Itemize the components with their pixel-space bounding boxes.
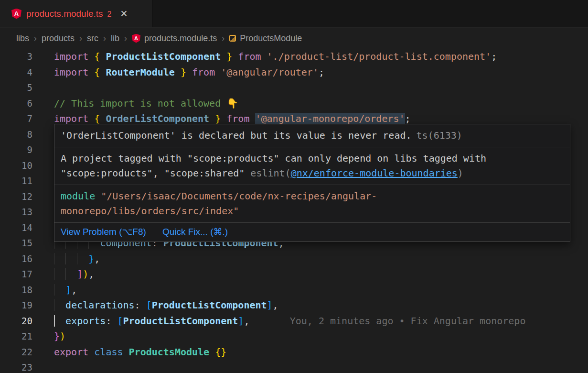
code-line[interactable]: 3import { ProductListComponent } from '.… [0,49,588,65]
view-problem-link[interactable]: View Problem (⌥F8) [61,226,146,238]
line-content: declarations: [ProductListComponent], [48,297,588,313]
code-token [77,253,88,264]
code-line[interactable]: 5 [0,80,588,96]
breadcrumb-item-src[interactable]: src [87,33,98,44]
code-line[interactable]: 16 }, [0,251,588,267]
diagnostic-source-prefix: eslint( [250,167,290,179]
code-token: } [88,253,94,264]
tab-problem-count-badge: 2 [107,9,112,19]
code-token: '@angular-monorepo/orders' [255,113,405,124]
module-path-line2: monorepo/libs/orders/src/index" [61,205,239,217]
chevron-right-icon: › [103,33,106,44]
code-line[interactable]: 17 ]), [0,266,588,282]
diagnostic-message-line2: "scope:products", "scope:shared" [61,167,250,179]
code-line[interactable]: 22export class ProductsModule {} [0,344,588,360]
code-token: { [94,51,106,62]
code-token: [ [146,299,152,311]
line-content [48,80,588,96]
code-token: } [221,51,232,62]
code-token: , [244,315,249,327]
code-token: from [221,113,255,124]
line-number: 19 [0,297,48,313]
code-token: declarations [65,299,135,311]
code-token [209,346,215,358]
line-number: 3 [0,49,48,65]
code-token: ProductListComponent [152,299,267,311]
code-token [54,315,65,327]
tab-products-module[interactable]: products.module.ts 2 ✕ [0,0,153,27]
module-path-line1: "/Users/isaac/Documents/code/nx-recipes/… [95,190,377,202]
code-token [54,268,65,280]
code-line[interactable]: 6// This import is not allowed 👇 [0,96,588,111]
chevron-right-icon: › [222,33,225,44]
tab-title: products.module.ts [26,9,103,19]
diagnostic-ts-unused: 'OrderListComponent' is declared but its… [54,124,570,147]
code-line[interactable]: 18 ], [0,282,588,298]
breadcrumb-item-productsmodule[interactable]: ProductsModule [229,33,302,44]
code-token: OrderListComponent [106,113,209,124]
breadcrumb: libs›products›src›lib›products.module.ts… [0,28,588,49]
line-number: 16 [0,251,48,267]
code-line[interactable]: 19 declarations: [ProductListComponent], [0,297,588,313]
code-token: { [94,113,106,124]
code-token: ] [267,299,273,311]
line-number: 11 [0,173,48,189]
line-number: 13 [0,204,48,220]
code-token: [ [117,315,123,327]
line-number: 22 [0,344,48,360]
diagnostic-message: 'OrderListComponent' is declared but its… [61,130,412,141]
breadcrumb-label: libs [16,33,29,44]
code-token: '@angular/router' [221,66,319,78]
code-token [65,268,77,280]
breadcrumb-item-products[interactable]: products [42,33,75,44]
code-token: ) [83,268,88,280]
quick-fix-link[interactable]: Quick Fix... (⌘.) [162,226,228,238]
code-token: from [186,66,221,78]
class-symbol-icon [229,35,236,42]
line-number: 4 [0,65,48,80]
line-number: 10 [0,158,48,174]
line-number: 7 [0,111,48,127]
breadcrumb-item-libs[interactable]: libs [16,33,29,44]
code-token [54,284,65,296]
line-content: }) [48,329,588,344]
breadcrumb-label: products [42,33,75,44]
breadcrumb-label: ProductsModule [240,33,302,44]
code-token: import [54,51,94,62]
breadcrumb-label: lib [111,33,119,44]
breadcrumb-item-products-module-ts[interactable]: products.module.ts [132,33,217,44]
close-icon[interactable]: ✕ [120,8,128,19]
line-content: export class ProductsModule {} [48,344,588,360]
code-token: from [232,51,267,62]
code-token: ] [77,268,83,280]
code-token: exports [65,315,106,327]
diagnostic-source-suffix: ) [458,167,463,179]
code-token: ) [60,330,65,342]
angular-icon [132,34,140,43]
code-token: import [54,66,94,78]
line-number: 8 [0,127,48,143]
code-token: ] [65,284,71,296]
diagnostic-message-line1: A project tagged with "scope:products" c… [61,153,486,164]
line-content: // This import is not allowed 👇 [48,96,588,111]
line-content: exports: [ProductListComponent], You, 2 … [48,313,588,329]
code-token: import [54,113,94,124]
code-token: You, 2 minutes ago • Fix Angular monorep… [249,315,525,327]
eslint-rule-link[interactable]: @nx/enforce-module-boundaries [291,167,458,179]
code-token: } [175,66,186,78]
breadcrumb-item-lib[interactable]: lib [111,33,119,44]
code-line[interactable]: 23 [0,360,588,373]
code-line[interactable]: 21}) [0,329,588,344]
code-token: {} [215,346,226,358]
code-line[interactable]: 20 exports: [ProductListComponent], You,… [0,313,588,329]
code-token: // This import is not allowed [54,98,226,109]
code-token: './product-list/product-list.component' [267,51,492,62]
code-line[interactable]: 4import { RouterModule } from '@angular/… [0,65,588,80]
code-token: 👇 [226,98,238,109]
code-token: , [88,268,94,280]
code-editor[interactable]: 3import { ProductListComponent } from '.… [0,49,588,373]
code-token: } [54,330,60,342]
breadcrumb-label: src [87,33,98,44]
code-token: } [209,113,221,124]
line-number: 23 [0,360,48,373]
